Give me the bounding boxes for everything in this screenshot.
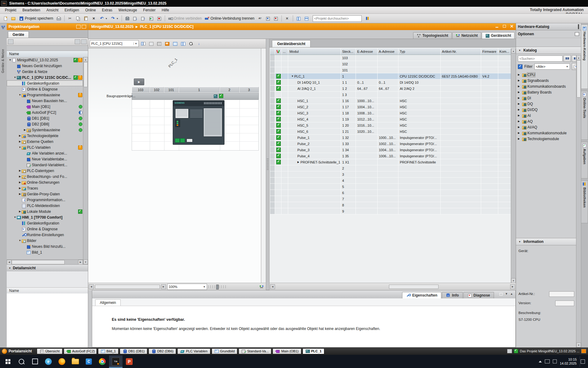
- table-row[interactable]: 9: [270, 208, 511, 214]
- version-select[interactable]: [555, 301, 574, 306]
- expander-closed-icon[interactable]: ▶: [518, 97, 521, 99]
- catalog-item[interactable]: ▶AI/AQ: [517, 124, 576, 130]
- tab-geraete[interactable]: Geräte: [8, 31, 29, 38]
- menu-fenster[interactable]: Fenster: [140, 7, 159, 13]
- view-tab-netzsicht[interactable]: Netzsicht: [452, 32, 481, 39]
- column-header-kom[interactable]: Kom...: [498, 48, 511, 55]
- column-header-steck[interactable]: Steck...: [341, 48, 356, 55]
- table-row[interactable]: Pulse_21 331002...10...Impulsgenerator (…: [270, 141, 511, 147]
- close-icon[interactable]: [510, 24, 514, 28]
- tree-horizontal-scrollbar[interactable]: ◀ ▶: [7, 259, 83, 265]
- expander-closed-icon[interactable]: ▶: [518, 108, 521, 111]
- expander-open-icon[interactable]: ▼: [291, 75, 294, 78]
- catalog-scroll-thumb[interactable]: [577, 60, 581, 98]
- redo-button[interactable]: ▼: [109, 15, 120, 22]
- tree-item[interactable]: ▶Externe Quellen: [7, 139, 83, 144]
- catalog-item[interactable]: ▶DI/DQ: [517, 107, 576, 113]
- portal-view-button[interactable]: Portalansicht: [2, 349, 35, 354]
- catalog-item[interactable]: ▶Kommunikationsmodule: [517, 130, 576, 136]
- slot-number[interactable]: 2: [220, 87, 239, 93]
- catalog-item[interactable]: ▶Technologiemodule: [517, 136, 576, 142]
- window-list-icon[interactable]: [507, 349, 512, 353]
- catalog-section-header[interactable]: ▼ Katalog: [516, 47, 581, 54]
- catalog-vertical-scrollbar[interactable]: ▲ ▼: [576, 55, 581, 347]
- menu-ansicht[interactable]: Ansicht: [43, 7, 61, 13]
- tray-expand-icon[interactable]: [539, 361, 542, 362]
- taskbar-tia-button[interactable]: TIA: [109, 355, 123, 368]
- expander-closed-icon[interactable]: ▶: [518, 132, 521, 134]
- table-row[interactable]: AI 2/AQ 2_11 264...6764...67AI 2/AQ 2: [270, 86, 511, 92]
- expander-closed-icon[interactable]: ▶: [518, 85, 521, 88]
- upload-from-device-button[interactable]: [140, 15, 147, 22]
- zoom-slider[interactable]: [208, 285, 227, 288]
- taskbar-edge-button[interactable]: e: [42, 355, 55, 368]
- tree-item[interactable]: Neues Gerät hinzufügen: [7, 63, 83, 69]
- expander-closed-icon[interactable]: ▶: [18, 181, 21, 184]
- compile-button[interactable]: [124, 15, 131, 22]
- split-editor-horizontal-button[interactable]: [295, 15, 302, 22]
- row-selector[interactable]: [270, 116, 275, 122]
- expander-open-icon[interactable]: ▼: [13, 216, 17, 219]
- save-window-button[interactable]: [195, 40, 203, 47]
- split-view-button[interactable]: [179, 40, 187, 47]
- table-row[interactable]: 4: [270, 178, 511, 184]
- highlight-io-button[interactable]: [164, 40, 171, 47]
- scroll-left-icon[interactable]: ◀: [270, 284, 275, 289]
- maximize-icon[interactable]: [502, 24, 507, 28]
- table-row[interactable]: ▼PLC_11CPU 1215C DC/DC/DC6ES7 215-1AG40-…: [270, 73, 511, 79]
- stop-simulation-button[interactable]: [272, 15, 280, 22]
- tree-item[interactable]: ▶Beobachtungs- und Fo...: [7, 174, 83, 179]
- delete-button[interactable]: [90, 15, 98, 22]
- side-tab-aufgaben[interactable]: Aufgaben: [581, 142, 588, 178]
- row-selector[interactable]: [270, 208, 275, 214]
- menu-extras[interactable]: Extras: [99, 7, 115, 13]
- tree-item[interactable]: Online & Diagnose: [7, 86, 83, 92]
- tree-item[interactable]: PLC-Meldetextlisten: [7, 203, 83, 209]
- scroll-left-icon[interactable]: ◀: [89, 284, 94, 289]
- collapse-down-icon[interactable]: ▼: [505, 292, 508, 296]
- split-editor-vertical-button[interactable]: [303, 15, 310, 22]
- article-value-field[interactable]: [549, 291, 574, 297]
- go-offline-button[interactable]: Online-Verbindung trennen: [203, 15, 255, 22]
- tree-item[interactable]: Online & Diagnose: [7, 226, 83, 232]
- filter-profile-select[interactable]: <Alle> ▼: [534, 63, 570, 70]
- device-canvas[interactable]: PLC_1 ▶ 103102101123 Baugruppenträge...: [88, 48, 261, 283]
- taskbar-search-button[interactable]: [15, 355, 28, 368]
- expander-closed-icon[interactable]: ▶: [518, 137, 521, 140]
- expander-open-icon[interactable]: ▼: [13, 76, 17, 79]
- fit-view-icon[interactable]: [259, 285, 264, 289]
- overview-hscroll-thumb[interactable]: [389, 285, 439, 289]
- cut-button[interactable]: [66, 15, 74, 22]
- canvas-vertical-scrollbar[interactable]: [261, 48, 261, 283]
- paste-button[interactable]: [82, 15, 90, 22]
- side-tab-onlinetools[interactable]: Online-Tools: [581, 91, 588, 140]
- tree-vertical-scrollbar[interactable]: ▲ ▼: [83, 57, 88, 264]
- row-selector[interactable]: [270, 153, 275, 159]
- cpu-module-image[interactable]: SIEMENS: [173, 100, 224, 145]
- save-project-button[interactable]: Projekt speichern: [18, 15, 55, 22]
- collapse-up-icon[interactable]: ▲: [510, 292, 513, 296]
- grid-mode-button[interactable]: [156, 40, 163, 47]
- row-selector[interactable]: [270, 184, 275, 190]
- expander-closed-icon[interactable]: ▶: [518, 79, 521, 82]
- expander-closed-icon[interactable]: ▶: [518, 102, 521, 105]
- row-selector[interactable]: [270, 141, 275, 147]
- row-selector[interactable]: [270, 79, 275, 85]
- table-row[interactable]: HSC_41 191012...10...HSC: [270, 116, 511, 122]
- float-window-icon[interactable]: [499, 292, 503, 296]
- catalog-search-input[interactable]: [518, 56, 563, 62]
- tree-item[interactable]: ▶Online-Sicherungen: [7, 179, 83, 185]
- expander-closed-icon[interactable]: ▶: [518, 73, 521, 76]
- catalog-item[interactable]: ▶Battery Boards: [517, 89, 576, 95]
- expander-closed-icon[interactable]: ▶: [18, 140, 21, 143]
- table-row[interactable]: HSC_51 201016...10...HSC: [270, 122, 511, 128]
- minimize-icon[interactable]: [495, 24, 499, 28]
- menu-einfgen[interactable]: Einfügen: [62, 7, 82, 13]
- tree-item[interactable]: ▶Technologieobjekte: [7, 133, 83, 139]
- breadcrumb-project[interactable]: MinigolfNEU_13.02.2025: [91, 25, 134, 29]
- menu-hilfe[interactable]: Hilfe: [159, 7, 172, 13]
- tree-item[interactable]: Programminformation...: [7, 197, 83, 203]
- chevron-down-icon[interactable]: ▼: [116, 17, 119, 20]
- tree-item[interactable]: ▶PLC-Datentypen: [7, 168, 83, 174]
- row-selector[interactable]: [270, 92, 275, 98]
